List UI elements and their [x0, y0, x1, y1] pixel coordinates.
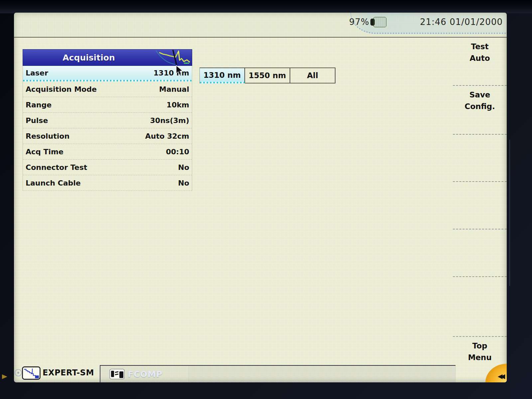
softkey-label-line: Top [453, 340, 507, 352]
instrument-screen: 97% 21:46 01/01/2000 Acquisition [14, 13, 507, 382]
setting-label: Laser [26, 69, 48, 77]
softkey-empty-1 [453, 135, 507, 182]
setting-value: No [178, 163, 189, 172]
setting-row-launch-cable[interactable]: Launch Cable No [23, 175, 192, 191]
taskbar: EXPERT-SM FCOMP [14, 364, 507, 382]
mouse-cursor [176, 65, 186, 76]
setting-row-acquisition-mode[interactable]: Acquisition Mode Manual [23, 81, 192, 97]
settings-rows: Laser 1310 nm Acquisition Mode Manual Ra… [23, 66, 192, 191]
setting-row-resolution[interactable]: Resolution Auto 32cm [23, 128, 192, 144]
battery-icon [370, 17, 386, 27]
bezel-top-edge [0, 0, 532, 13]
acquisition-panel: Acquisition Laser 1310 nm [23, 49, 192, 191]
setting-value: 30ns(3m) [150, 116, 189, 125]
softkey-empty-2 [453, 182, 507, 229]
softkey-label-line: Save [453, 89, 507, 101]
laser-option-all[interactable]: All [290, 68, 335, 83]
otdr-trace-icon [155, 50, 192, 65]
laser-option-1550nm[interactable]: 1550 nm [245, 68, 290, 83]
softkey-label-line: Auto [453, 53, 507, 64]
panel-header: Acquisition [23, 49, 192, 66]
softkey-empty-3 [453, 229, 507, 277]
setting-row-laser[interactable]: Laser 1310 nm [23, 66, 192, 81]
setting-row-range[interactable]: Range 10km [23, 97, 192, 113]
fiber-compare-icon [109, 367, 126, 381]
softkey-empty-4 [453, 277, 507, 337]
taskbar-tab-expert-sm[interactable]: EXPERT-SM [43, 368, 94, 377]
softkey-label-line: Menu [453, 352, 507, 363]
panel-title: Acquisition [23, 53, 155, 63]
setting-label: Acquisition Mode [26, 85, 97, 93]
setting-value: 00:10 [166, 148, 189, 156]
laser-option-selector: 1310 nm 1550 nm All [200, 67, 335, 83]
laser-option-1310nm[interactable]: 1310 nm [200, 68, 245, 83]
setting-label: Acq Time [26, 148, 64, 156]
setting-label: Range [26, 101, 52, 109]
battery-percent: 97% [349, 17, 369, 27]
setting-label: Launch Cable [26, 179, 81, 187]
setting-label: Resolution [26, 132, 69, 140]
setting-label: Pulse [26, 116, 48, 125]
setting-label: Connector Test [26, 163, 87, 172]
status-bar: 97% 21:46 01/01/2000 [14, 13, 507, 38]
setting-value: No [178, 179, 189, 187]
double-left-arrow-icon: ◀◀ [498, 372, 505, 380]
softkey-label-line: Config. [453, 101, 507, 112]
taskbar-empty-strip [189, 365, 456, 382]
battery-level [373, 17, 386, 27]
bezel-arrow-marker [2, 374, 7, 379]
taskbar-status-icon [15, 369, 22, 376]
softkey-test-auto[interactable]: Test Auto [453, 38, 507, 86]
taskbar-tab-label: FCOMP [128, 369, 163, 379]
setting-row-pulse[interactable]: Pulse 30ns(3m) [23, 113, 192, 128]
taskbar-tab-fcomp[interactable]: FCOMP [100, 365, 189, 382]
setting-row-acq-time[interactable]: Acq Time 00:10 [23, 144, 192, 160]
softkey-sidebar: Test Auto Save Config. Top Menu [453, 38, 507, 381]
device-bezel: 97% 21:46 01/01/2000 Acquisition [0, 0, 532, 399]
clock-datetime: 21:46 01/01/2000 [393, 17, 503, 27]
setting-value: Auto 32cm [145, 132, 189, 140]
softkey-label-line: Test [453, 41, 507, 53]
bezel-reflection [509, 140, 510, 286]
setting-row-connector-test[interactable]: Connector Test No [23, 160, 192, 175]
otdr-trace-app-icon [22, 366, 41, 380]
setting-value: 10km [167, 101, 189, 109]
setting-value: Manual [159, 85, 189, 93]
softkey-save-config[interactable]: Save Config. [453, 86, 507, 135]
